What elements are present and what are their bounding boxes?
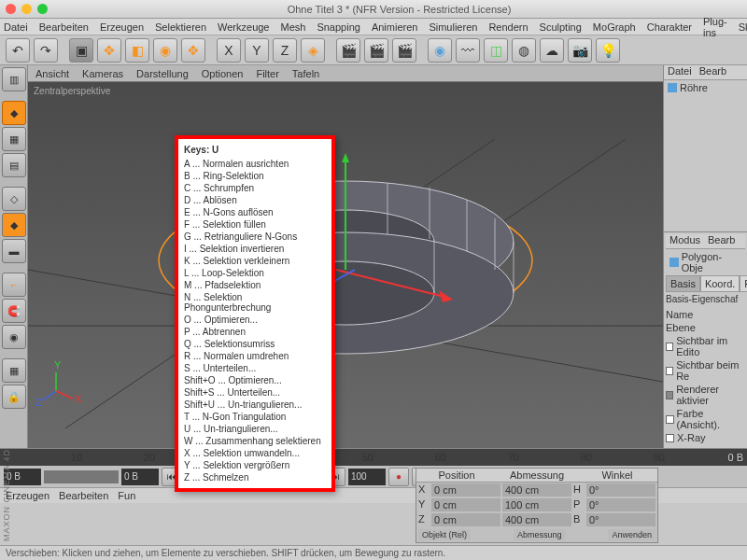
point-mode-button[interactable]: ◇ xyxy=(2,187,26,211)
popup-item[interactable]: Shift+U ... Un-triangulieren... xyxy=(184,399,326,411)
objmgr-tab-datei[interactable]: Datei xyxy=(668,65,692,79)
lock-button[interactable]: 🔒 xyxy=(2,385,26,409)
popup-item[interactable]: U ... Un-triangulieren... xyxy=(184,423,326,435)
popup-item[interactable]: G ... Retrianguliere N-Gons xyxy=(184,231,326,243)
popup-item[interactable]: T ... N-Gon Triangulation xyxy=(184,411,326,423)
menu-skript[interactable]: Skript xyxy=(739,21,747,33)
axis-y-button[interactable]: Y xyxy=(245,38,269,63)
axis-mode-button[interactable]: ⌐ xyxy=(2,273,26,297)
camera-button[interactable]: 📷 xyxy=(568,38,592,63)
make-editable-button[interactable]: ▥ xyxy=(2,67,26,91)
render-button[interactable]: 🎬 xyxy=(336,38,360,63)
texture-mode-button[interactable]: ▦ xyxy=(2,127,26,151)
popup-item[interactable]: D ... Ablösen xyxy=(184,194,326,206)
primitive-button[interactable]: ◉ xyxy=(428,38,452,63)
light-button[interactable]: 💡 xyxy=(596,38,620,63)
generator-button[interactable]: ◫ xyxy=(484,38,508,63)
coord-system-button[interactable]: ◈ xyxy=(301,38,325,63)
menu-charakter[interactable]: Charakter xyxy=(647,21,692,33)
range-slider[interactable] xyxy=(44,470,119,483)
popup-item[interactable]: F ... Selektion füllen xyxy=(184,218,326,231)
pos-y[interactable]: 0 cm xyxy=(431,498,500,511)
cb-render[interactable] xyxy=(666,367,673,375)
deformer-button[interactable]: ◍ xyxy=(512,38,536,63)
vp-ansicht[interactable]: Ansicht xyxy=(35,68,69,79)
popup-item[interactable]: N ... Selektion Phongunterbrechung xyxy=(184,291,326,314)
redo-button[interactable]: ↷ xyxy=(34,38,58,63)
popup-item[interactable]: O ... Optimieren... xyxy=(184,314,326,326)
popup-item[interactable]: C ... Schrumpfen xyxy=(184,182,326,194)
popup-item[interactable]: Shift+S ... Unterteilen... xyxy=(184,386,326,399)
move-tool[interactable]: ✥ xyxy=(97,38,121,63)
cb-renderer[interactable] xyxy=(666,391,673,399)
pos-x[interactable]: 0 cm xyxy=(431,483,500,497)
soft-select-button[interactable]: ◉ xyxy=(2,325,26,349)
zoom-icon[interactable] xyxy=(37,4,48,14)
mtab-bearbeiten[interactable]: Bearbeiten xyxy=(59,490,108,501)
record-button[interactable]: ● xyxy=(388,468,409,486)
vp-kameras[interactable]: Kameras xyxy=(82,68,123,79)
attr-tab-modus[interactable]: Modus xyxy=(669,234,700,248)
popup-item[interactable]: X ... Selektion umwandeln... xyxy=(184,447,326,459)
menu-animieren[interactable]: Animieren xyxy=(372,21,418,33)
popup-item[interactable]: W ... Zusammenhang selektieren xyxy=(184,435,326,447)
viewport[interactable]: Ansicht Kameras Darstellung Optionen Fil… xyxy=(28,65,663,448)
subtab-p[interactable]: P xyxy=(740,275,747,292)
rotate-tool[interactable]: ◉ xyxy=(153,38,177,63)
timeline[interactable]: 010 2030 4050 6070 8090 100 0 B xyxy=(0,449,747,466)
menu-bearbeiten[interactable]: Bearbeiten xyxy=(39,21,89,33)
coord-size-mode[interactable]: Abmessung xyxy=(514,529,566,540)
frame-current[interactable]: 0 B xyxy=(121,469,159,485)
popup-item[interactable]: Shift+O ... Optimieren... xyxy=(184,374,326,386)
menu-mesh[interactable]: Mesh xyxy=(280,21,305,33)
menu-erzeugen[interactable]: Erzeugen xyxy=(100,21,144,33)
size-y[interactable]: 100 cm xyxy=(502,498,571,511)
frame-total[interactable]: 100 xyxy=(348,469,386,485)
menu-werkzeuge[interactable]: Werkzeuge xyxy=(218,21,269,33)
popup-item[interactable]: L ... Loop-Selektion xyxy=(184,267,326,279)
coord-apply[interactable]: Anwenden xyxy=(608,529,655,540)
size-x[interactable]: 400 cm xyxy=(502,483,571,497)
vp-optionen[interactable]: Optionen xyxy=(202,68,244,79)
spline-button[interactable]: 〰 xyxy=(456,38,480,63)
popup-item[interactable]: M ... Pfadselektion xyxy=(184,279,326,291)
menu-sculpting[interactable]: Sculpting xyxy=(540,21,582,33)
popup-item[interactable]: P ... Abtrennen xyxy=(184,326,326,338)
environment-button[interactable]: ☁ xyxy=(540,38,564,63)
mtab-funktion[interactable]: Fun xyxy=(118,490,135,501)
menu-mograph[interactable]: MoGraph xyxy=(593,21,636,33)
viewport-canvas[interactable]: Y X Z xyxy=(28,82,663,448)
cb-farbe[interactable] xyxy=(666,415,674,424)
minimize-icon[interactable] xyxy=(21,4,32,14)
size-z[interactable]: 400 cm xyxy=(502,513,571,526)
edge-mode-button[interactable]: ◆ xyxy=(2,213,26,237)
popup-item[interactable]: A ... Normalen ausrichten xyxy=(184,158,326,170)
popup-item[interactable]: B ... Ring-Selektion xyxy=(184,170,326,182)
lastused-tool[interactable]: ✥ xyxy=(181,38,205,63)
rot-h[interactable]: 0° xyxy=(586,483,655,497)
menu-simulieren[interactable]: Simulieren xyxy=(429,21,477,33)
popup-item[interactable]: Z ... Schmelzen xyxy=(184,471,326,483)
menu-snapping[interactable]: Snapping xyxy=(317,21,360,33)
popup-item[interactable]: Y ... Selektion vergrößern xyxy=(184,459,326,471)
menu-plugins[interactable]: Plug-ins xyxy=(703,16,727,38)
objmgr-tab-bearb[interactable]: Bearb xyxy=(699,65,726,79)
popup-item[interactable]: Q ... Selektionsumriss xyxy=(184,338,326,350)
popup-item[interactable]: I ... Selektion invertieren xyxy=(184,243,326,255)
menu-rendern[interactable]: Rendern xyxy=(488,21,528,33)
cb-editor[interactable] xyxy=(666,343,673,351)
attr-tab-bearb[interactable]: Bearb xyxy=(708,234,735,248)
pos-z[interactable]: 0 cm xyxy=(431,513,500,526)
rot-p[interactable]: 0° xyxy=(586,498,655,511)
subtab-basis[interactable]: Basis xyxy=(666,275,700,292)
object-row[interactable]: Röhre xyxy=(664,80,747,95)
rot-b[interactable]: 0° xyxy=(586,513,655,526)
subtab-koord[interactable]: Koord. xyxy=(700,275,740,292)
popup-item[interactable]: S ... Unterteilen... xyxy=(184,362,326,374)
workplane-mode-button[interactable]: ▤ xyxy=(2,153,26,177)
menu-selektieren[interactable]: Selektieren xyxy=(155,21,206,33)
vp-tafeln[interactable]: Tafeln xyxy=(292,68,319,79)
popup-item[interactable]: K ... Selektion verkleinern xyxy=(184,255,326,267)
axis-z-button[interactable]: Z xyxy=(273,38,297,63)
popup-item[interactable]: R ... Normalen umdrehen xyxy=(184,350,326,362)
